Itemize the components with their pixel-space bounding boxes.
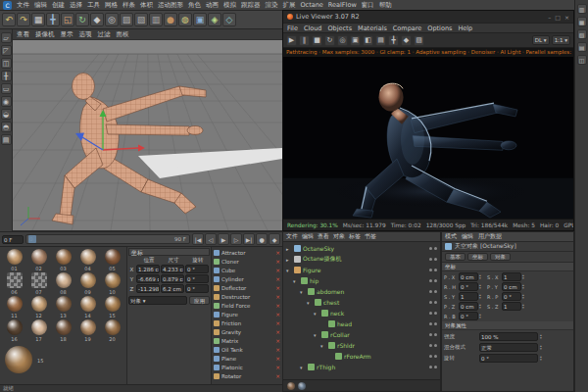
visibility-toggles[interactable] bbox=[429, 355, 440, 358]
material-item[interactable]: 17 bbox=[26, 319, 51, 343]
expand-arrow-icon[interactable]: ▾ bbox=[307, 300, 313, 306]
live-viewer-menu-item[interactable]: Objects bbox=[327, 24, 352, 32]
material-thumbnail[interactable] bbox=[105, 296, 121, 312]
prev-frame-button[interactable]: ◁ bbox=[205, 233, 217, 245]
material-thumbnail[interactable] bbox=[80, 272, 96, 288]
material-thumbnail[interactable] bbox=[56, 272, 72, 288]
tree-row[interactable]: ▾ chest bbox=[283, 297, 440, 308]
menu-item[interactable]: RealFlow bbox=[328, 1, 357, 9]
live-viewer-titlebar[interactable]: Live Viewer 3.07 R2 –□× bbox=[283, 11, 573, 23]
visibility-toggles[interactable] bbox=[429, 344, 440, 347]
lv-pause-icon[interactable]: ‖ bbox=[299, 35, 310, 46]
render-dot-icon[interactable] bbox=[434, 279, 437, 282]
window-button[interactable]: □ bbox=[555, 14, 561, 21]
lv-camera-icon[interactable]: ◆ bbox=[401, 35, 412, 46]
render-dot-icon[interactable] bbox=[434, 258, 437, 261]
property-value-field[interactable]: 0 ° bbox=[479, 354, 538, 363]
menu-item[interactable]: 跟踪器 bbox=[241, 1, 261, 10]
redo-icon[interactable]: ↷ bbox=[17, 13, 30, 26]
menu-item[interactable]: 渲染 bbox=[266, 1, 278, 10]
light-icon[interactable]: ◍ bbox=[178, 13, 192, 26]
visibility-toggles[interactable] bbox=[429, 322, 440, 325]
menu-item[interactable]: 帮助 bbox=[379, 1, 392, 10]
material-item[interactable]: 04 bbox=[75, 249, 100, 272]
material-thumbnail[interactable] bbox=[7, 249, 23, 265]
material-item[interactable]: 12 bbox=[26, 296, 51, 319]
lv-render-region-icon[interactable]: ◧ bbox=[363, 35, 373, 46]
undo-icon[interactable]: ↶ bbox=[2, 13, 16, 26]
visibility-dot-icon[interactable] bbox=[429, 301, 432, 304]
tree-row[interactable]: ▾ rShldr bbox=[283, 340, 440, 351]
go-end-button[interactable]: ▶| bbox=[243, 233, 255, 245]
menu-item[interactable]: Octane bbox=[301, 1, 323, 9]
palette-item[interactable]: Cube × bbox=[214, 266, 280, 274]
space-dropdown[interactable]: 对象 ▾ bbox=[128, 296, 187, 305]
material-thumbnail[interactable] bbox=[105, 249, 121, 265]
stepper-icon[interactable]: ▴▾ bbox=[479, 314, 481, 319]
coordinate-value-field[interactable]: 0 ° bbox=[459, 282, 478, 291]
render-dot-icon[interactable] bbox=[434, 290, 437, 293]
palette-item[interactable]: Field Force × bbox=[214, 301, 280, 310]
arrange-icon[interactable]: ▤ bbox=[1, 134, 12, 145]
live-viewer-menu-item[interactable]: Cloud bbox=[304, 24, 322, 32]
primitive-cube-icon[interactable]: ▣ bbox=[193, 13, 207, 26]
object-manager-menu-item[interactable]: 书签 bbox=[365, 232, 376, 241]
position-field[interactable]: -11.298 cm bbox=[136, 284, 160, 293]
render-canvas[interactable] bbox=[283, 57, 573, 219]
remove-icon[interactable]: × bbox=[275, 372, 280, 379]
viewport-menu-item[interactable]: 选项 bbox=[79, 30, 92, 39]
sculpt-icon[interactable]: ◸ bbox=[1, 45, 12, 56]
material-item[interactable]: 05 bbox=[100, 249, 124, 272]
rotation-field[interactable]: 0 ° bbox=[185, 274, 209, 283]
app-logo-icon[interactable]: C bbox=[3, 1, 12, 10]
stepper-icon[interactable]: ▴▾ bbox=[522, 274, 524, 280]
visibility-toggles[interactable] bbox=[429, 312, 440, 315]
visibility-dot-icon[interactable] bbox=[429, 322, 432, 325]
material-item[interactable]: 13 bbox=[51, 296, 75, 319]
property-value-field[interactable]: 正常 bbox=[479, 343, 538, 352]
playhead[interactable] bbox=[28, 235, 36, 243]
visibility-dot-icon[interactable] bbox=[429, 279, 432, 282]
layout-start-icon[interactable]: ▥ bbox=[577, 4, 587, 14]
visibility-toggles[interactable] bbox=[429, 247, 440, 250]
coord-system-icon[interactable]: ◎ bbox=[105, 13, 119, 26]
material-thumbnail[interactable] bbox=[80, 249, 96, 265]
attribute-menu-item[interactable]: 用户数据 bbox=[478, 232, 502, 241]
last-tool-icon[interactable]: ◆ bbox=[90, 13, 104, 26]
remove-icon[interactable]: × bbox=[275, 328, 280, 335]
perspective-viewport[interactable] bbox=[13, 40, 282, 230]
tree-row[interactable]: ▾ rCollar bbox=[283, 329, 440, 340]
lv-play-icon[interactable]: ▶ bbox=[286, 35, 297, 46]
remove-icon[interactable]: × bbox=[275, 311, 280, 318]
material-thumbnail[interactable] bbox=[105, 272, 121, 288]
material-thumbnail[interactable] bbox=[56, 319, 72, 335]
visibility-dot-icon[interactable] bbox=[429, 247, 432, 250]
coordinate-value-field[interactable]: 1 bbox=[459, 292, 478, 301]
attribute-tab[interactable]: 坐标 bbox=[467, 253, 488, 261]
menu-item[interactable]: 动画 bbox=[206, 1, 219, 10]
live-viewer-menu-item[interactable]: Options bbox=[427, 24, 452, 32]
material-thumbnail[interactable] bbox=[31, 249, 47, 265]
viewport-menu-item[interactable]: 显示 bbox=[61, 30, 74, 39]
stepper-icon[interactable]: ▴▾ bbox=[540, 334, 542, 340]
tree-row[interactable]: ▾ Figure bbox=[283, 265, 440, 275]
tree-row[interactable]: ▾ abdomen bbox=[283, 286, 440, 297]
palette-item[interactable]: Deflector × bbox=[214, 283, 280, 292]
material-item[interactable]: 10 bbox=[100, 272, 124, 296]
lv-settings-icon[interactable]: ▨ bbox=[414, 35, 424, 46]
remove-icon[interactable]: × bbox=[275, 258, 280, 265]
expand-arrow-icon[interactable]: ▾ bbox=[300, 365, 306, 370]
palette-item[interactable]: Friction × bbox=[214, 318, 280, 327]
visibility-toggles[interactable] bbox=[429, 333, 440, 336]
menu-item[interactable]: 运动图形 bbox=[158, 1, 183, 10]
tree-row[interactable]: rForeArm bbox=[283, 351, 440, 362]
tree-row[interactable]: ▸ OctaneSky bbox=[283, 243, 440, 254]
palette-item[interactable]: Matrix × bbox=[214, 336, 280, 345]
attribute-menu-item[interactable]: 模式 bbox=[445, 232, 457, 241]
layout-model-icon[interactable]: ▧ bbox=[577, 29, 587, 39]
remove-icon[interactable]: × bbox=[275, 319, 280, 326]
visibility-dot-icon[interactable] bbox=[429, 366, 432, 368]
lv-lock-resolution-icon[interactable]: ╋ bbox=[388, 35, 399, 46]
object-manager-menu-item[interactable]: 对象 bbox=[333, 232, 345, 241]
material-thumbnail[interactable] bbox=[56, 249, 72, 265]
